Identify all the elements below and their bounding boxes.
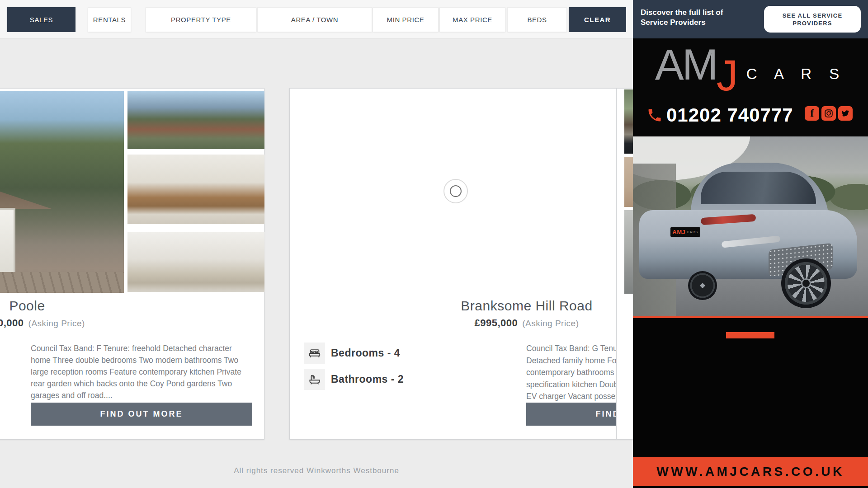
filter-area-town[interactable]: AREA / TOWN (257, 7, 372, 32)
property-photo-exterior[interactable] (127, 91, 264, 149)
ad-car-photo: AMJ CARS (633, 136, 868, 316)
filter-rentals[interactable]: RENTALS (88, 7, 131, 32)
bath-icon (304, 369, 325, 390)
image-loading-spinner-inner (450, 185, 462, 197)
find-out-more-button[interactable]: FIND OUT MORE (31, 403, 252, 426)
ad-header-line2: Service Providers (641, 18, 723, 28)
photo-roof-shape (0, 177, 52, 209)
filter-clear-button[interactable]: CLEAR (569, 7, 626, 32)
orange-dash-accent (726, 332, 774, 338)
filter-beds[interactable]: BEDS (507, 7, 567, 32)
service-provider-ad-panel[interactable]: Discover the full list of Service Provid… (633, 0, 868, 488)
ad-brand-section: AM J C A R S 01202 740777 f (633, 38, 868, 136)
logo-text-am: AM (655, 42, 717, 87)
asking-price-label: (Asking Price) (522, 319, 579, 328)
property-price: 0,000 (0, 317, 24, 329)
property-photo-living-room[interactable] (127, 232, 264, 292)
feature-bathrooms: Bathrooms - 2 (304, 369, 404, 390)
filter-sales[interactable]: SALES (7, 7, 75, 32)
property-description: Council Tax Band: F Tenure: freehold Det… (31, 343, 253, 401)
bedrooms-label: Bedrooms - 4 (331, 347, 400, 359)
see-all-service-providers-button[interactable]: SEE ALL SERVICE PROVIDERS (764, 6, 861, 33)
phone-row: 01202 740777 (646, 104, 793, 126)
plate-subtext: CARS (687, 230, 698, 234)
phone-number[interactable]: 01202 740777 (666, 104, 793, 126)
ad-header-line1: Discover the full list of (641, 8, 723, 18)
filter-max-price[interactable]: MAX PRICE (439, 7, 505, 32)
website-url[interactable]: WWW.AMJCARS.CO.UK (656, 465, 844, 479)
car-wheel-front (781, 258, 831, 308)
logo-text-cars: C A R S (746, 66, 846, 83)
photo-garage-door-shape (0, 208, 15, 280)
wheel-hub (801, 278, 811, 288)
ad-dark-section (633, 318, 868, 457)
social-icons: f (805, 106, 853, 121)
filter-property-type[interactable]: PROPERTY TYPE (146, 7, 256, 32)
car-wheel-rear (688, 271, 717, 300)
property-price-row: 0,000 (Asking Price) (0, 317, 85, 329)
ad-header-text: Discover the full list of Service Provid… (641, 8, 723, 28)
bed-icon (304, 343, 325, 364)
ad-website-bar[interactable]: WWW.AMJCARS.CO.UK (633, 457, 868, 486)
twitter-icon[interactable] (838, 106, 853, 121)
instagram-icon[interactable] (821, 106, 836, 121)
property-card-poole[interactable]: Poole 0,000 (Asking Price) Council Tax B… (0, 88, 264, 440)
property-photo-main[interactable] (0, 91, 124, 293)
copyright-text: All rights reserved Winkworths Westbourn… (0, 466, 633, 475)
ad-header: Discover the full list of Service Provid… (633, 0, 868, 38)
property-photo-kitchen[interactable] (127, 155, 264, 224)
asking-price-label: (Asking Price) (28, 319, 85, 328)
facebook-icon[interactable]: f (805, 106, 819, 121)
feature-bedrooms: Bedrooms - 4 (304, 343, 400, 364)
ad-bottom-edge (633, 486, 868, 488)
phone-icon (646, 107, 663, 123)
photo-driveway-shape (0, 272, 124, 293)
property-title: Poole (0, 298, 264, 314)
filter-min-price[interactable]: MIN PRICE (373, 7, 439, 32)
bathrooms-label: Bathrooms - 2 (331, 373, 404, 385)
plate-text: AMJ (672, 229, 685, 235)
car-number-plate: AMJ CARS (670, 227, 700, 237)
logo-text-j: J (717, 53, 736, 98)
property-price: £995,000 (474, 317, 518, 329)
amj-cars-logo: AM J C A R S (633, 42, 868, 87)
car-window-shape (701, 172, 816, 204)
